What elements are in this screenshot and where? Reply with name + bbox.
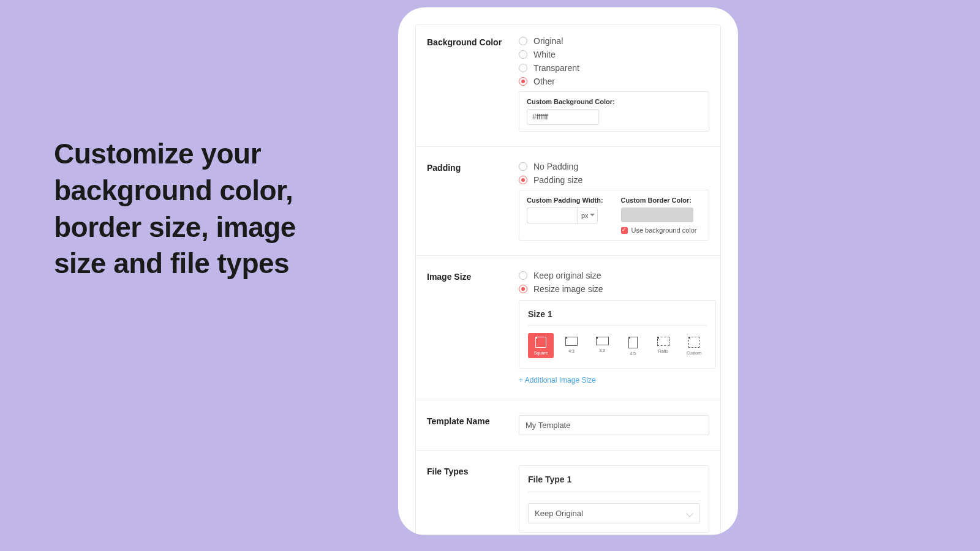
border-color-label: Custom Border Color: [621, 197, 702, 204]
size-opt-label: Square [534, 351, 548, 355]
size-opt-square[interactable]: Square [528, 333, 554, 358]
settings-inner: Background Color Original White Transpar… [415, 24, 721, 535]
imgsize-radio-resize[interactable]: Resize image size [519, 284, 716, 294]
bg-custom-input[interactable] [527, 109, 599, 125]
ratio-icon [628, 337, 638, 348]
imgsize-radio-original[interactable]: Keep original size [519, 271, 716, 280]
use-bg-checkbox-row[interactable]: Use background color [621, 227, 702, 234]
custom-icon [688, 337, 699, 348]
size-panel: Size 1 Square 4:3 3:2 [519, 300, 716, 369]
size-opt-4-3[interactable]: 4:3 [559, 333, 584, 358]
section-padding: Padding No Padding Padding size Custom P… [416, 162, 720, 256]
bg-opt-label: Original [533, 36, 563, 46]
ratio-icon [596, 337, 609, 345]
bg-radio-transparent[interactable]: Transparent [519, 63, 709, 73]
padding-opt-label: Padding size [533, 175, 582, 185]
filetype-panel-title: File Type 1 [528, 474, 700, 492]
bg-opt-label: Other [533, 77, 555, 86]
bg-controls: Original White Transparent Other Custom … [519, 36, 709, 132]
radio-icon [519, 50, 527, 59]
padding-unit-select[interactable]: px [577, 208, 598, 223]
radio-icon [519, 285, 527, 293]
size-opt-label: 4:3 [568, 349, 575, 353]
padding-label: Padding [427, 162, 519, 241]
padding-controls: No Padding Padding size Custom Padding W… [519, 162, 709, 241]
radio-icon [519, 271, 527, 280]
imgsize-label: Image Size [427, 271, 519, 385]
radio-icon [519, 37, 527, 45]
use-bg-label: Use background color [631, 227, 697, 234]
size-opt-label: Custom [687, 351, 701, 355]
padding-radio-none[interactable]: No Padding [519, 162, 709, 171]
size-opt-ratio[interactable]: Ratio [650, 333, 676, 358]
ratio-icon [565, 337, 578, 346]
section-template-name: Template Name [416, 415, 720, 451]
radio-icon [519, 176, 527, 184]
radio-icon [519, 77, 527, 86]
section-image-size: Image Size Keep original size Resize ima… [416, 271, 720, 400]
radio-icon [519, 162, 527, 171]
imgsize-opt-label: Keep original size [533, 271, 601, 280]
ratio-icon [657, 337, 669, 346]
filetypes-controls: File Type 1 Keep Original [519, 465, 709, 533]
bg-opt-label: Transparent [533, 63, 579, 73]
template-name-input[interactable] [519, 415, 709, 435]
add-image-size-link[interactable]: + Additional Image Size [519, 376, 596, 384]
bg-radio-original[interactable]: Original [519, 36, 709, 46]
template-controls [519, 415, 709, 435]
bg-radio-white[interactable]: White [519, 50, 709, 59]
border-color-swatch[interactable] [621, 208, 693, 222]
size-opt-label: 4:5 [630, 351, 636, 356]
size-opt-custom[interactable]: Custom [681, 333, 707, 358]
radio-icon [519, 64, 527, 72]
square-icon [535, 337, 546, 348]
size-opt-label: 3:2 [599, 348, 605, 353]
checkbox-icon [621, 227, 628, 234]
padding-opt-label: No Padding [533, 162, 578, 171]
bg-radio-other[interactable]: Other [519, 77, 709, 86]
filetype-select[interactable]: Keep Original [528, 503, 700, 523]
filetype-panel: File Type 1 Keep Original [519, 465, 709, 533]
section-file-types: File Types File Type 1 Keep Original [416, 465, 720, 535]
bg-custom-label: Custom Background Color: [527, 98, 701, 105]
size-grid: Square 4:3 3:2 4:5 [528, 333, 707, 358]
settings-card: Background Color Original White Transpar… [398, 7, 738, 535]
template-label: Template Name [427, 415, 519, 435]
size-opt-4-5[interactable]: 4:5 [620, 333, 646, 358]
bg-custom-panel: Custom Background Color: [519, 91, 709, 132]
size-opt-label: Ratio [658, 349, 668, 353]
size-opt-3-2[interactable]: 3:2 [589, 333, 615, 358]
section-background-color: Background Color Original White Transpar… [416, 36, 720, 147]
imgsize-controls: Keep original size Resize image size Siz… [519, 271, 716, 385]
padding-width-input[interactable] [527, 208, 577, 223]
filetypes-label: File Types [427, 465, 519, 533]
bg-opt-label: White [533, 50, 556, 59]
padding-width-label: Custom Padding Width: [527, 197, 608, 204]
bg-label: Background Color [427, 36, 519, 132]
size-panel-title: Size 1 [528, 309, 707, 326]
padding-radio-size[interactable]: Padding size [519, 175, 709, 185]
hero-headline: Customize your background color, border … [54, 136, 348, 282]
imgsize-opt-label: Resize image size [533, 284, 603, 294]
padding-panel: Custom Padding Width: px Custom Border C… [519, 190, 709, 241]
